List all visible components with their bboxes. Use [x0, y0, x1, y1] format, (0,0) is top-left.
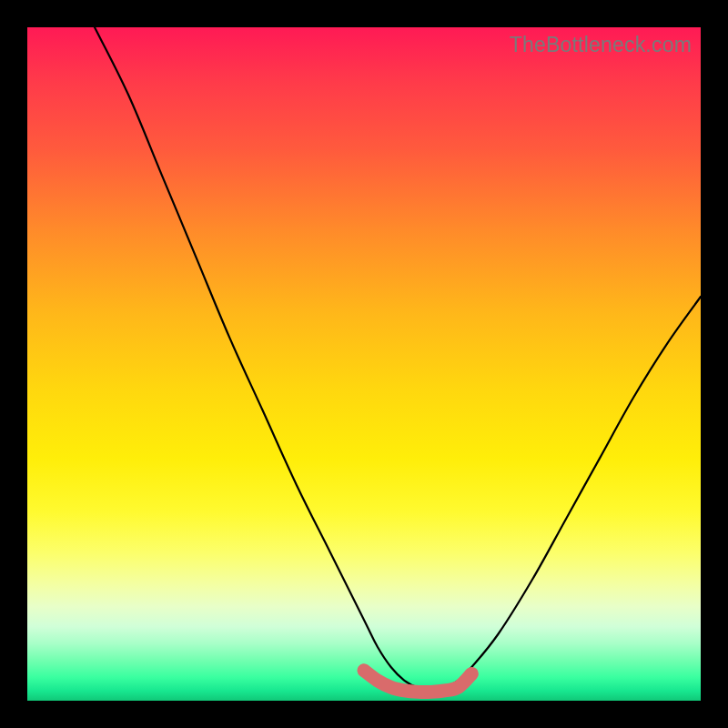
chart-svg: [27, 27, 701, 701]
curve-path: [95, 27, 701, 688]
bottom-band-path: [364, 671, 471, 693]
chart-frame: TheBottleneck.com: [0, 0, 728, 728]
plot-area: TheBottleneck.com: [27, 27, 701, 701]
